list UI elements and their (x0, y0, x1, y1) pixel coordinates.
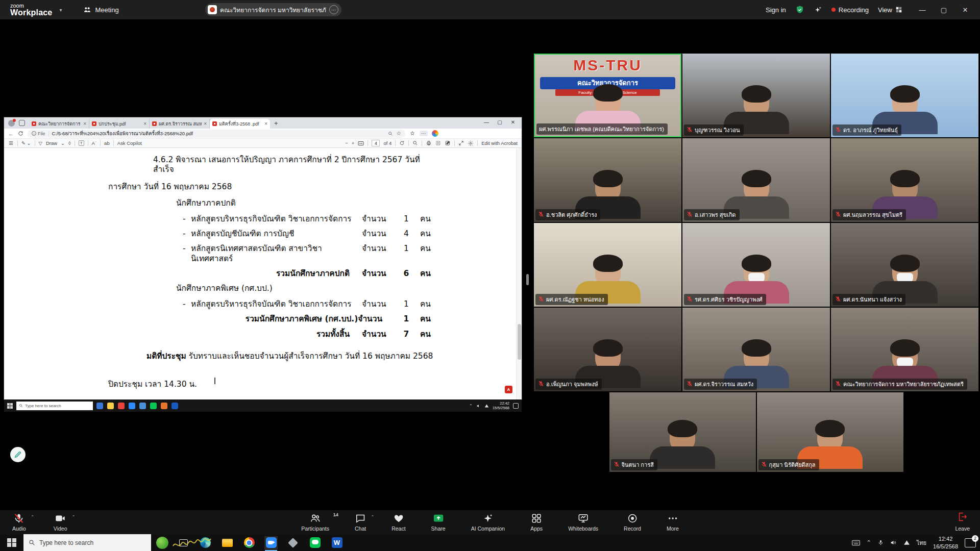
participant-tile[interactable]: ดร. อาภรณ์ ภู่วิทยพันธุ์ (831, 54, 978, 137)
browser-profile-icon[interactable] (8, 120, 15, 127)
taskbar-app-explorer[interactable] (220, 536, 234, 549)
save-as-icon[interactable] (445, 140, 451, 146)
taskbar-app-line[interactable] (308, 536, 322, 549)
zoom-in-icon[interactable]: + (352, 140, 355, 146)
toolbar-whiteboards-button[interactable]: Whiteboards (563, 511, 603, 532)
ask-copilot-button[interactable]: Ask Copilot (117, 140, 142, 146)
settings-gear-icon[interactable] (468, 140, 474, 146)
shared-tray-chevron-icon[interactable]: ⌃ (469, 404, 472, 408)
toolbar-react-button[interactable]: React (386, 511, 410, 532)
browser-menu-icon[interactable]: ⋯ (420, 131, 428, 136)
tray-clock[interactable]: 12:42 16/5/2568 (933, 535, 958, 550)
minimize-button[interactable]: — (912, 0, 933, 19)
toolbar-audio-button[interactable]: ⌃Audio (7, 511, 31, 532)
tray-mic-icon[interactable] (878, 539, 884, 546)
read-aloud-icon[interactable]: ab (104, 140, 110, 146)
tab-close-icon[interactable]: × (83, 121, 86, 127)
shared-network-icon[interactable] (484, 404, 489, 408)
browser-tab[interactable]: ปกประชุม.pdf× (89, 119, 150, 129)
shared-start-button[interactable] (7, 403, 13, 409)
shared-taskbar-app-icon[interactable] (129, 403, 135, 409)
panel-divider-handle[interactable] (526, 274, 529, 285)
shared-taskbar-app-icon[interactable] (172, 403, 178, 409)
shared-taskbar-app-icon[interactable] (96, 403, 103, 409)
toolbar-video-button[interactable]: ⌃Video (48, 511, 72, 532)
tray-keyboard-icon[interactable] (852, 540, 860, 546)
taskbar-widget-icon[interactable] (156, 537, 168, 549)
shared-clock[interactable]: 22:42 15/5/2568 (493, 401, 509, 411)
participant-tile[interactable]: ผศ.ดร.ณัฏฐชา หน่อทอง (534, 223, 681, 307)
pdf-menu-icon[interactable] (8, 140, 14, 146)
participant-tile[interactable]: รศ.ดร.ศศิธร วชิรปัญญาพงศ์ (682, 223, 830, 307)
participant-tile[interactable]: อ.เสาวพร สุขเกิด (682, 138, 830, 222)
tray-volume-icon[interactable] (890, 539, 897, 546)
participant-tile[interactable]: อ.ชวลิต ศุภศักดิ์ธำรง (534, 138, 681, 222)
tab-meeting[interactable]: Meeting (83, 6, 118, 14)
participant-tile[interactable]: จินตนา การสี (609, 392, 756, 472)
toolbar-ai-companion-button[interactable]: AI Companion (466, 511, 510, 532)
notification-center-icon[interactable]: 2 (965, 538, 976, 547)
fullscreen-icon[interactable] (458, 140, 464, 146)
edit-with-acrobat-button[interactable]: Edit with Acrobat (481, 140, 518, 146)
pdf-page[interactable]: 4.6.2 พิจารณา เสนอการให้ปริญญา ภาคการศึก… (4, 148, 522, 399)
text-select-icon[interactable]: T (79, 140, 84, 146)
participant-tile[interactable]: ผศ.ดร.จิราวรรณ สมหวัง (682, 308, 830, 391)
browser-tab[interactable]: ผศ.ดร.จิราวรรณ สมหวัง.pdf× (150, 119, 210, 129)
shared-taskbar-app-icon[interactable] (161, 403, 167, 409)
rotate-icon[interactable] (399, 140, 405, 146)
sign-in-button[interactable]: Sign in (766, 6, 786, 14)
new-tab-button[interactable]: + (274, 119, 278, 127)
browser-restore-button[interactable]: ▢ (493, 117, 506, 127)
browser-essentials-icon[interactable] (409, 131, 415, 137)
shared-notification-icon[interactable] (513, 403, 519, 409)
pen-tool-icon[interactable]: ✎ ⌄ (21, 140, 31, 146)
print-icon[interactable] (426, 140, 432, 146)
close-button[interactable]: ✕ (954, 0, 976, 19)
page-number-input[interactable]: 4 (372, 140, 380, 146)
shield-check-icon[interactable] (795, 5, 804, 14)
toolbar-record-button[interactable]: Record (619, 511, 646, 532)
shared-taskbar-app-icon[interactable] (118, 403, 125, 409)
taskbar-app-word[interactable]: W (330, 536, 344, 549)
taskbar-app-edge[interactable] (199, 536, 212, 549)
search-icon[interactable] (412, 140, 418, 146)
toolbar-more-button[interactable]: More (662, 511, 684, 532)
browser-minimize-button[interactable]: — (480, 117, 493, 127)
add-text-icon[interactable]: Aʾ (92, 140, 97, 146)
start-button[interactable] (0, 534, 23, 551)
draw-tool-label[interactable]: Draw (46, 140, 57, 146)
meeting-title-pill[interactable]: คณะวิทยาการจัดการ มหาวิทยาลัยราชภั ⋯ (205, 3, 341, 16)
tray-hidden-icons-chevron[interactable]: ⌃ (867, 539, 871, 546)
bookmark-star-icon[interactable]: ☆ (396, 130, 401, 137)
taskbar-app-diamond[interactable] (286, 536, 300, 549)
taskbar-app-zoom[interactable] (264, 536, 278, 549)
taskbar-search-input[interactable]: Type here to search (23, 534, 151, 551)
toolbar-participants-button[interactable]: 14⌃Participants (296, 511, 334, 532)
shared-taskbar-app-icon[interactable] (139, 403, 146, 409)
tray-language[interactable]: ไทย (917, 538, 926, 547)
participant-tile[interactable]: ผศ.ดร.นันทนา แจ้งสว่าง (831, 223, 978, 307)
browser-close-button[interactable]: ✕ (506, 117, 520, 127)
taskbar-app-chrome[interactable] (242, 536, 256, 549)
participant-tile[interactable]: ผศ.นฤมลวรรณ สุขไมตรี (831, 138, 978, 222)
meeting-title-more-icon[interactable]: ⋯ (329, 5, 338, 14)
maximize-button[interactable]: ▢ (933, 0, 954, 19)
draw-chevron-icon[interactable]: ⌄ (61, 140, 65, 146)
annotate-button[interactable] (10, 447, 26, 462)
tab-close-icon[interactable]: × (264, 121, 267, 127)
browser-tab[interactable]: คณะวิทยาการจัดการ - แผนความต้องก...× (29, 119, 89, 129)
participant-tile[interactable]: กุสุมา นิรัติศัยดีสกุล (757, 392, 903, 472)
copilot-icon[interactable] (432, 130, 438, 137)
address-input[interactable]: iFile C:/5-68/วาระที่%204%20เรื่องเพื่อพ… (28, 130, 405, 138)
participant-tile[interactable]: บุญฑวรรณ วิงวอน (682, 54, 830, 137)
refresh-icon[interactable] (18, 131, 23, 136)
save-icon[interactable] (435, 140, 441, 146)
participant-tile[interactable]: คณะวิทยาการจัดการ มหาวิทยาลัยราชภัฏเทพสต… (831, 308, 978, 391)
workspace-chevron-icon[interactable]: ▾ (59, 7, 62, 13)
participant-tile[interactable]: อ.เพ็ญนภา จุมพลพงษ์ (534, 308, 681, 391)
chevron-up-icon[interactable]: ⌃ (371, 515, 374, 519)
zoom-page-icon[interactable] (388, 131, 393, 136)
eraser-tool-icon[interactable]: ◊ (68, 140, 71, 146)
chevron-up-icon[interactable]: ⌃ (31, 515, 34, 519)
tab-close-icon[interactable]: × (204, 121, 207, 127)
